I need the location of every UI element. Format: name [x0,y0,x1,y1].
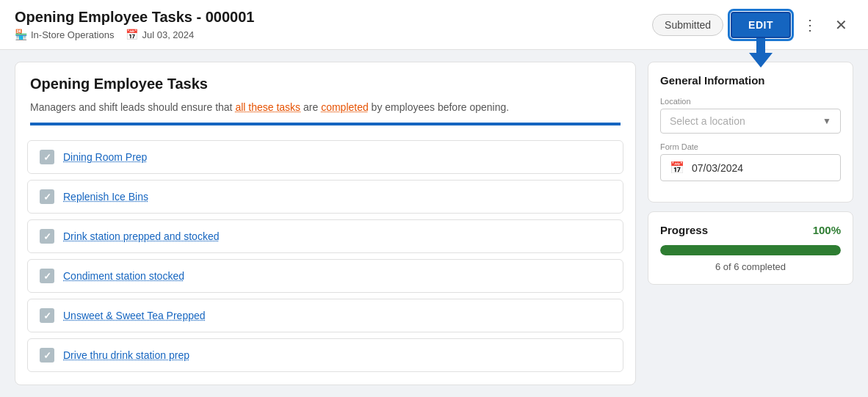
progress-card: Progress 100% 6 of 6 completed [648,211,853,285]
right-panel: General Information Location Select a lo… [648,62,853,385]
task-list: ✓Dining Room Prep✓Replenish Ice Bins✓Dri… [15,133,635,385]
location-field-group: Location Select a location ▼ [660,97,841,134]
location-placeholder: Select a location [670,115,745,127]
task-item[interactable]: ✓Drink station prepped and stocked [27,219,623,253]
task-label: Drink station prepped and stocked [63,230,219,242]
header: Opening Employee Tasks - 000001 🏪 In-Sto… [0,0,868,50]
task-item[interactable]: ✓Drive thru drink station prep [27,338,623,372]
task-label: Replenish Ice Bins [63,191,148,203]
date-field-group: Form Date 📅 07/03/2024 [660,142,841,181]
edit-button[interactable]: EDIT [731,12,791,38]
task-item[interactable]: ✓Dining Room Prep [27,140,623,174]
task-item[interactable]: ✓Replenish Ice Bins [27,180,623,214]
header-right: Submitted EDIT ⋮ ✕ [652,12,853,38]
location-select[interactable]: Select a location ▼ [660,109,841,134]
general-info-title: General Information [660,74,841,87]
header-left: Opening Employee Tasks - 000001 🏪 In-Sto… [15,9,254,40]
main-content: Opening Employee Tasks Managers and shif… [0,50,868,397]
chevron-down-icon: ▼ [822,116,831,126]
progress-detail: 6 of 6 completed [660,261,841,272]
task-checkbox[interactable]: ✓ [40,189,54,204]
progress-bar-background [660,245,841,255]
form-date-label: Form Date [660,142,841,151]
left-panel-title: Opening Employee Tasks [30,76,621,92]
submitted-button[interactable]: Submitted [652,14,723,36]
progress-percentage: 100% [813,224,841,236]
left-panel-header: Opening Employee Tasks Managers and shif… [15,62,635,133]
form-date-field[interactable]: 📅 07/03/2024 [660,154,841,181]
header-meta: 🏪 In-Store Operations 📅 Jul 03, 2024 [15,29,254,40]
calendar-icon: 📅 [126,29,138,40]
close-button[interactable]: ✕ [829,13,853,37]
task-item[interactable]: ✓Condiment station stocked [27,259,623,293]
header-date: Jul 03, 2024 [142,29,194,40]
top-progress-bar [30,123,621,125]
progress-label: Progress [660,224,708,236]
task-label: Dining Room Prep [63,151,147,163]
left-panel: Opening Employee Tasks Managers and shif… [15,62,636,385]
general-info-card: General Information Location Select a lo… [648,62,853,203]
location-label: Location [660,97,841,106]
task-label: Drive thru drink station prep [63,349,189,361]
store-icon: 🏪 [15,29,27,40]
calendar-date-icon: 📅 [670,161,684,175]
department-label: In-Store Operations [31,29,114,40]
task-label: Condiment station stocked [63,270,184,282]
date-meta: 📅 Jul 03, 2024 [126,29,194,40]
more-options-button[interactable]: ⋮ [798,13,822,37]
progress-header: Progress 100% [660,224,841,236]
left-panel-description: Managers and shift leads should ensure t… [30,100,621,115]
department-meta: 🏪 In-Store Operations [15,29,114,40]
progress-bar-fill [660,245,841,255]
task-checkbox[interactable]: ✓ [40,308,54,323]
task-label: Unsweet & Sweet Tea Prepped [63,310,206,321]
task-checkbox[interactable]: ✓ [40,348,54,363]
task-checkbox[interactable]: ✓ [40,269,54,283]
task-checkbox[interactable]: ✓ [40,150,54,164]
task-checkbox[interactable]: ✓ [40,229,54,244]
page-title: Opening Employee Tasks - 000001 [15,9,254,26]
form-date-value: 07/03/2024 [692,162,743,174]
task-item[interactable]: ✓Unsweet & Sweet Tea Prepped [27,299,623,332]
